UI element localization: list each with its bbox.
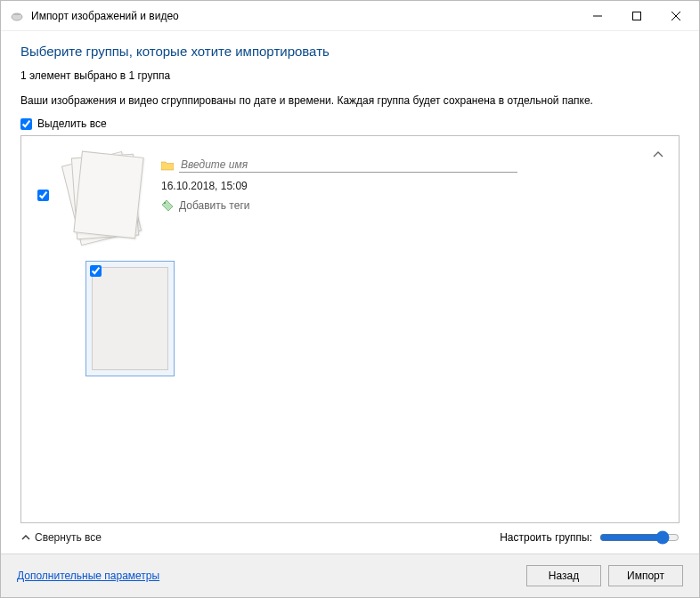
minimize-button[interactable] [578,3,617,29]
window-controls [578,3,696,29]
group-zoom-slider[interactable] [599,530,680,545]
group-checkbox[interactable] [37,190,49,201]
app-icon [10,9,24,23]
add-tags-label: Добавить теги [179,199,249,212]
selection-status: 1 элемент выбрано в 1 группа [20,69,680,82]
group-meta: 16.10.2018, 15:09 Добавить теги [161,149,663,212]
add-tags-row[interactable]: Добавить теги [161,199,663,212]
chevron-up-icon [20,532,31,543]
footer: Дополнительные параметры Назад Импорт [1,554,699,597]
close-button[interactable] [656,3,696,29]
collapse-all-button[interactable]: Свернуть все [20,531,102,544]
item-thumbnail[interactable] [85,261,175,376]
zoom-slider-label: Настроить группы: [500,531,592,544]
svg-point-6 [164,202,166,204]
item-checkbox[interactable] [90,265,102,277]
item-preview [92,267,168,370]
maximize-button[interactable] [617,3,656,29]
minimize-icon [593,12,602,20]
maximize-icon [632,12,641,20]
content-area: Выберите группы, которые хотите импортир… [1,31,699,554]
folder-icon [161,160,174,171]
import-window: Импорт изображений и видео Выберите груп… [0,0,700,598]
select-all-label: Выделить все [37,117,107,130]
svg-rect-1 [13,13,20,15]
window-title: Импорт изображений и видео [31,10,179,22]
close-icon [672,12,680,20]
select-all-row[interactable]: Выделить все [20,117,680,130]
svg-rect-3 [633,12,641,20]
groups-container: 16.10.2018, 15:09 Добавить теги [20,135,680,523]
collapse-all-label: Свернуть все [35,531,102,544]
bottom-toolbar: Свернуть все Настроить группы: [20,523,680,554]
titlebar: Импорт изображений и видео [1,1,699,31]
back-button[interactable]: Назад [526,565,601,586]
advanced-options-link[interactable]: Дополнительные параметры [17,570,159,582]
group-name-input[interactable] [179,158,517,173]
select-all-checkbox[interactable] [20,118,32,130]
group-date-row: 16.10.2018, 15:09 [161,180,663,192]
page-heading: Выберите группы, которые хотите импортир… [20,44,680,59]
group-name-row [161,158,663,173]
explanation-text: Ваши изображения и видео сгруппированы п… [20,94,680,107]
collapse-group-icon[interactable] [652,149,664,161]
group-date: 16.10.2018, 15:09 [161,180,248,192]
import-button[interactable]: Импорт [608,565,683,586]
group-thumbnail[interactable] [65,152,145,250]
tag-icon [161,199,174,212]
group-header-row: 16.10.2018, 15:09 Добавить теги [37,149,663,250]
item-row [85,261,663,376]
